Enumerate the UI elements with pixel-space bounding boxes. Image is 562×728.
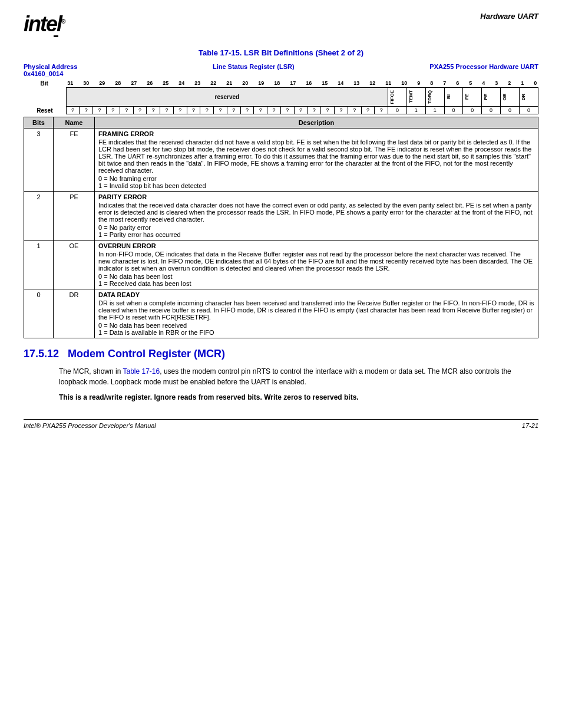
name-cell: OE: [54, 241, 95, 289]
physical-address-value: 0x4160_0014: [24, 70, 77, 77]
name-cell: PE: [54, 192, 95, 241]
desc-cell: FRAMING ERROR FE indicates that the rece…: [95, 129, 538, 192]
bits-cell: 2: [24, 192, 54, 241]
section-title: 17.5.12 Modem Control Register (MCR): [24, 348, 538, 360]
body-text: The MCR, shown in Table 17-16, uses the …: [24, 366, 538, 387]
table-row: 3 FE FRAMING ERROR FE indicates that the…: [24, 129, 538, 192]
table-title: Table 17-15. LSR Bit Definitions (Sheet …: [24, 48, 538, 57]
section-label: Hardware UART: [480, 12, 538, 21]
table-row: 1 OE OVERRUN ERROR In non-FIFO mode, OE …: [24, 241, 538, 289]
description-table: Bits Name Description 3 FE FRAMING ERROR…: [24, 117, 538, 338]
table-row: 0 DR DATA READY DR is set when a complet…: [24, 289, 538, 338]
bits-cell: 0: [24, 289, 54, 338]
bit-numbers-row: Bit 3130292827262524 2322212019181716 15…: [24, 80, 538, 87]
register-header: Physical Address 0x4160_0014 Line Status…: [24, 63, 538, 77]
bold-note: This is a read/write register. Ignore re…: [24, 393, 538, 401]
footer-left: Intel® PXA255 Processor Developer's Manu…: [24, 422, 156, 429]
name-cell: DR: [54, 289, 95, 338]
table-link[interactable]: Table 17-16: [123, 367, 160, 375]
intel-logo: intel®: [24, 12, 64, 37]
physical-address: Physical Address 0x4160_0014: [24, 63, 77, 77]
bits-cell: 3: [24, 129, 54, 192]
desc-cell: DATA READY DR is set when a complete inc…: [95, 289, 538, 338]
desc-cell: OVERRUN ERROR In non-FIFO mode, OE indic…: [95, 241, 538, 289]
page-header: intel® Hardware UART: [24, 12, 538, 37]
name-cell: FE: [54, 129, 95, 192]
section-number: 17.5.12: [24, 348, 59, 360]
pxa-label: PXA255 Processor Hardware UART: [429, 63, 538, 70]
footer-right: 17-21: [522, 422, 538, 429]
col-header-name: Name: [54, 117, 95, 129]
reset-values-row: Reset ? ? ? ? ? ? ? ? ? ? ? ? ? ? ? ? ? …: [24, 107, 538, 114]
page-footer: Intel® PXA255 Processor Developer's Manu…: [24, 419, 538, 429]
section-name: Modem Control Register (MCR): [68, 348, 225, 360]
register-bit-table: Bit 3130292827262524 2322212019181716 15…: [24, 80, 538, 114]
bit-fields-row: reserved FIFOE TEMT TDRQ BI FE PE OE DR: [24, 87, 538, 107]
table-row: 2 PE PARITY ERROR Indicates that the rec…: [24, 192, 538, 241]
line-status-label: Line Status Register (LSR): [213, 63, 295, 70]
physical-address-label: Physical Address: [24, 63, 77, 70]
bits-cell: 1: [24, 241, 54, 289]
col-header-desc: Description: [95, 117, 538, 129]
desc-cell: PARITY ERROR Indicates that the received…: [95, 192, 538, 241]
table-header-row: Bits Name Description: [24, 117, 538, 129]
col-header-bits: Bits: [24, 117, 54, 129]
